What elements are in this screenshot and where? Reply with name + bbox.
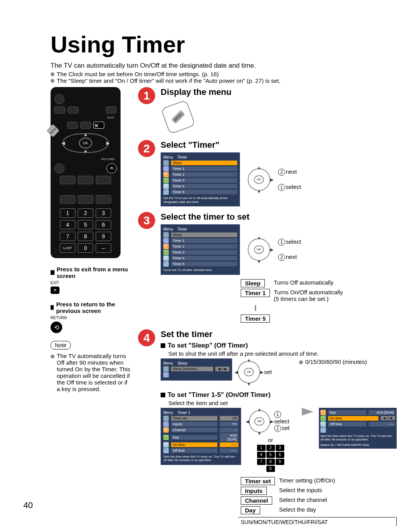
- sleep-annotation: set: [264, 369, 272, 375]
- return-small-label: RETURN: [51, 316, 130, 320]
- onoff-subtitle: To set "Timer 1-5" (On/Off Timer): [161, 391, 397, 399]
- exit-label: EXIT: [54, 116, 117, 119]
- step-1-title: Display the menu: [161, 87, 397, 97]
- bullet-2: The "Sleep" timer and "On / Off timer" w…: [51, 77, 397, 84]
- step-3-title: Select the timer to set: [161, 212, 397, 222]
- day-options-box: SUN/MON/TUE/WED/THU/FRI/SAT (displays th…: [238, 517, 397, 526]
- dpad-step3: OK ▲ ▼ ▶: [245, 236, 273, 263]
- step-3-number: 3: [138, 212, 155, 229]
- exit-help-title: Press to exit from a menu screen: [51, 266, 130, 279]
- step-2-title: Select "Timer": [161, 140, 397, 150]
- step-4-number: 4: [138, 329, 155, 346]
- dpad-step2: OK ▲ ▼ ▶: [245, 166, 273, 193]
- onoff-settings-table: Timer setTimer setting (Off/On) InputsSe…: [238, 476, 338, 516]
- return-label: RETURN: [54, 157, 117, 161]
- step-3-osd: Menu Timer Sleep ♪Timer 1 ⏱Timer 2 🔒Time…: [161, 224, 240, 275]
- sleep-body: Set to shut the unit off after a pre-sel…: [168, 350, 397, 357]
- exit-small-label: EXIT: [51, 281, 130, 285]
- dpad-onoff: OK ▲ ▼ ◀ ▶: [247, 408, 273, 435]
- step-4-title: Set the timer: [161, 329, 397, 339]
- bullet-1: The Clock must be set before On time/Off…: [51, 71, 397, 77]
- page-number: 40: [23, 500, 33, 510]
- remote-control-illustration: EXIT ✕ MENU OK ▲ ▼ ◀ ▶ RETURN ⟲ 123: [51, 87, 121, 258]
- note-body: The TV automatically turns Off after 90 …: [51, 353, 130, 392]
- return-help-title: Press to return to the previous screen: [51, 301, 130, 314]
- sleep-subtitle: To set "Sleep" (Off Timer): [161, 342, 397, 350]
- number-pad: 123 456 789 LAST0–: [60, 208, 111, 253]
- sleep-osd: Menu Sleep Sleep (minutes)◀ 0 ▶ ♪: [161, 358, 232, 381]
- return-button-icon: ⟲: [51, 322, 62, 333]
- step-2-osd: Menu Timer Sleep ♪Timer 1 ⏱Timer 2 🔒Time…: [161, 152, 240, 206]
- exit-button-icon: ✕: [51, 287, 60, 294]
- step-3-annotations: 1select 2next: [278, 238, 301, 261]
- onoff-osd-right: ⏱Day4/18 [SUN] 🔒On time◀ 12 ▶ CCOff time…: [319, 408, 397, 449]
- step-1-number: 1: [138, 87, 155, 104]
- sleep-values: 0/15/30/60/90 (minutes): [299, 358, 397, 365]
- step-3-pill-table: SleepTurns Off automatically Timer 1Turn…: [238, 278, 345, 324]
- onoff-annotations: 1select 2set: [274, 411, 296, 432]
- step-2-number: 2: [138, 140, 155, 157]
- arrow-icon: [302, 408, 313, 416]
- onoff-body: Select the item and set: [168, 400, 397, 406]
- step-2-annotations: 2next 1select: [278, 168, 301, 191]
- intro-text: The TV can automatically turn On/Off at …: [51, 62, 397, 70]
- page-title: Using Timer: [51, 31, 397, 58]
- onoff-osd-left: Menu Timer 1 Timer setOff ♪InputsTV ⏱Cha…: [161, 408, 241, 465]
- note-label: Note: [51, 341, 71, 350]
- or-label: or: [268, 437, 273, 443]
- dpad: OK ▲ ▼ ◀ ▶: [62, 133, 109, 153]
- dpad-sleep: OK ▲ ▼ ◀ ▶: [235, 358, 262, 386]
- ok-button: OK: [79, 138, 92, 149]
- mini-numpad: 123 456 789 0: [257, 445, 284, 472]
